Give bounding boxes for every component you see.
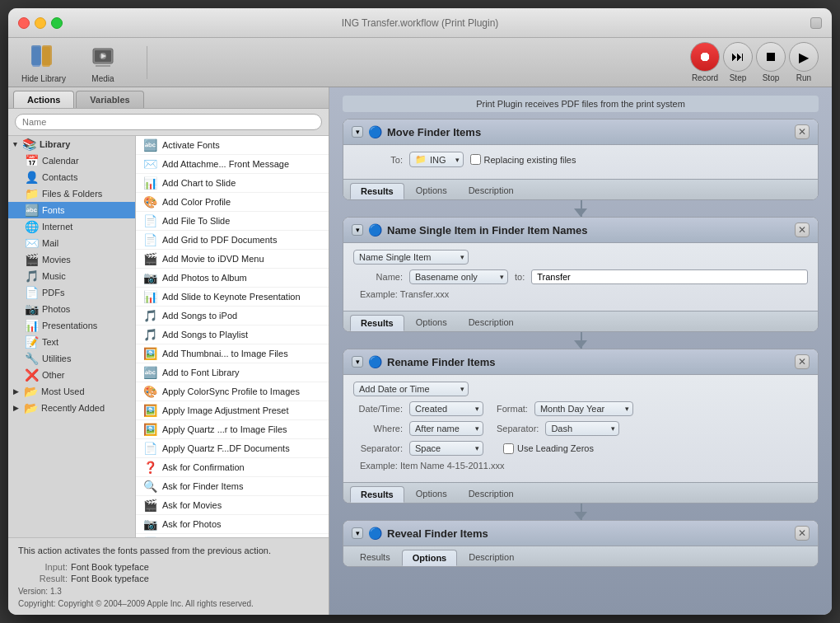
connector-3 bbox=[343, 504, 819, 520]
tab-variables[interactable]: Variables bbox=[76, 91, 143, 108]
name-input[interactable] bbox=[531, 269, 808, 284]
resize-button[interactable] bbox=[810, 17, 822, 29]
tree-item-internet[interactable]: 🌐Internet bbox=[8, 218, 135, 235]
format-select[interactable]: Month Day Year bbox=[534, 401, 633, 416]
name-single-tabs: Results Options Description bbox=[343, 311, 818, 331]
tree-item-pdfs[interactable]: 📄PDFs bbox=[8, 284, 135, 301]
where-select[interactable]: After name bbox=[409, 421, 483, 436]
tree-item-music[interactable]: 🎵Music bbox=[8, 268, 135, 284]
move-finder-title: Move Finder Items bbox=[387, 126, 790, 138]
block-toggle-rename[interactable]: ▾ bbox=[352, 356, 363, 368]
maximize-button[interactable] bbox=[51, 17, 63, 29]
tree-item-recently-added[interactable]: ▶ 📂Recently Added bbox=[8, 400, 135, 416]
search-input[interactable] bbox=[15, 114, 322, 130]
tree-item-photos[interactable]: 📷Photos bbox=[8, 301, 135, 317]
reveal-close[interactable]: ✕ bbox=[795, 526, 810, 541]
tree-item-movies[interactable]: 🎬Movies bbox=[8, 251, 135, 268]
name-single-title: Name Single Item in Finder Item Names bbox=[387, 224, 790, 237]
record-button[interactable]: ⏺ Record bbox=[690, 42, 720, 82]
stop-button[interactable]: ⏹ Stop bbox=[756, 42, 786, 82]
separator2-select[interactable]: Space bbox=[409, 441, 483, 456]
tab-options-move[interactable]: Options bbox=[406, 183, 457, 199]
tab-results-reveal[interactable]: Results bbox=[350, 550, 400, 566]
action-add-grid[interactable]: 📄 Add Grid to PDF Documents bbox=[136, 231, 329, 250]
where-label: Where: bbox=[353, 424, 403, 433]
datetime-select[interactable]: Created bbox=[409, 401, 483, 416]
tab-options-name[interactable]: Options bbox=[406, 315, 457, 331]
tree-item-text[interactable]: 📝Text bbox=[8, 334, 135, 350]
action-add-file[interactable]: 📄 Add File To Slide bbox=[136, 212, 329, 231]
tab-description-rename[interactable]: Description bbox=[459, 486, 524, 503]
block-toggle-reveal[interactable]: ▾ bbox=[352, 527, 363, 539]
action-ask-confirm[interactable]: ❓ Ask for Confirmation bbox=[136, 458, 329, 477]
titlebar: ING Transfer.workflow (Print Plugin) bbox=[8, 8, 832, 38]
action-add-movie[interactable]: 🎬 Add Movie to iDVD Menu bbox=[136, 250, 329, 269]
tab-description-name[interactable]: Description bbox=[459, 315, 524, 331]
traffic-lights bbox=[18, 17, 63, 29]
action-add-songs-ipod[interactable]: 🎵 Add Songs to iPod bbox=[136, 307, 329, 326]
action-activate-fonts[interactable]: 🔤 Activate Fonts bbox=[136, 136, 329, 155]
name-single-close[interactable]: ✕ bbox=[795, 222, 810, 237]
tree-item-most-used[interactable]: ▶ 📂Most Used bbox=[8, 383, 135, 400]
action-ask-finder[interactable]: 🔍 Ask for Finder Items bbox=[136, 477, 329, 496]
tree-item-fonts[interactable]: 🔤Fonts bbox=[8, 202, 135, 218]
separator-select[interactable]: Dash bbox=[545, 421, 619, 436]
library-icon bbox=[29, 42, 58, 72]
replace-checkbox[interactable] bbox=[470, 154, 481, 165]
action-apply-image-adj[interactable]: 🖼️ Apply Image Adjustment Preset bbox=[136, 401, 329, 420]
tab-description-reveal[interactable]: Description bbox=[459, 550, 524, 566]
action-apply-colorsync[interactable]: 🎨 Apply ColorSync Profile to Images bbox=[136, 382, 329, 401]
tab-results-rename[interactable]: Results bbox=[350, 486, 404, 503]
move-finder-close[interactable]: ✕ bbox=[795, 124, 810, 139]
tree-item-files[interactable]: 📁Files & Folders bbox=[8, 185, 135, 202]
action-ask-movies[interactable]: 🎬 Ask for Movies bbox=[136, 496, 329, 515]
tree-item-presentations[interactable]: 📊Presentations bbox=[8, 317, 135, 334]
action-add-slide[interactable]: 📊 Add Slide to Keynote Presentation bbox=[136, 288, 329, 307]
tree-item-mail[interactable]: ✉️Mail bbox=[8, 235, 135, 251]
tree-item-other[interactable]: ❌Other bbox=[8, 367, 135, 383]
step-button[interactable]: ⏭ Step bbox=[723, 42, 753, 82]
run-button[interactable]: ▶ Run bbox=[789, 42, 819, 82]
hide-library-button[interactable]: Hide Library bbox=[21, 42, 66, 83]
run-icon: ▶ bbox=[789, 42, 819, 72]
rename-close[interactable]: ✕ bbox=[795, 354, 810, 369]
action-add-font-lib[interactable]: 🔤 Add to Font Library bbox=[136, 363, 329, 382]
block-move-finder-header: ▾ 🔵 Move Finder Items ✕ bbox=[343, 119, 818, 145]
close-button[interactable] bbox=[18, 17, 30, 29]
action-ask-photos[interactable]: 📷 Ask for Photos bbox=[136, 515, 329, 534]
tab-options-rename[interactable]: Options bbox=[406, 486, 457, 503]
action-icon: ✉️ bbox=[142, 157, 157, 171]
action-icon: 🔤 bbox=[142, 138, 157, 152]
action-add-attachment[interactable]: ✉️ Add Attachme... Front Message bbox=[136, 155, 329, 174]
tree-item-contacts[interactable]: 👤Contacts bbox=[8, 169, 135, 185]
add-date-select[interactable]: Add Date or Time bbox=[353, 382, 469, 396]
action-add-thumbnail[interactable]: 🖼️ Add Thumbnai... to Image Files bbox=[136, 344, 329, 363]
tree-item-calendar[interactable]: 📅Calendar bbox=[8, 152, 135, 169]
block-toggle[interactable]: ▾ bbox=[352, 126, 363, 138]
block-toggle-name[interactable]: ▾ bbox=[352, 224, 363, 236]
leading-zeros-checkbox[interactable] bbox=[503, 443, 514, 454]
tab-actions[interactable]: Actions bbox=[13, 91, 74, 108]
action-add-photos[interactable]: 📷 Add Photos to Album bbox=[136, 269, 329, 288]
media-label: Media bbox=[91, 74, 114, 83]
minimize-button[interactable] bbox=[35, 17, 46, 29]
block-reveal-header: ▾ 🔵 Reveal Finder Items ✕ bbox=[343, 521, 818, 546]
basename-select[interactable]: Basename only bbox=[409, 269, 508, 284]
tab-results-move[interactable]: Results bbox=[350, 183, 404, 199]
rename-title: Rename Finder Items bbox=[387, 356, 790, 368]
tree-item-library[interactable]: ▾ 📚 Library bbox=[8, 136, 135, 152]
name-option-select[interactable]: Name Single Item bbox=[353, 250, 469, 265]
action-apply-quartz-docs[interactable]: 📄 Apply Quartz F...DF Documents bbox=[136, 439, 329, 458]
tree-item-utilities[interactable]: 🔧Utilities bbox=[8, 350, 135, 367]
action-add-color[interactable]: 🎨 Add Color Profile bbox=[136, 193, 329, 212]
move-to-row: To: 📁 ING Replacing existing files bbox=[353, 152, 808, 167]
action-add-songs-playlist[interactable]: 🎵 Add Songs to Playlist bbox=[136, 326, 329, 344]
tab-options-reveal[interactable]: Options bbox=[402, 550, 458, 566]
media-button[interactable]: Media bbox=[82, 42, 124, 83]
action-add-chart[interactable]: 📊 Add Chart to Slide bbox=[136, 174, 329, 193]
info-description: This action activates the fonts passed f… bbox=[18, 545, 319, 557]
tab-results-name[interactable]: Results bbox=[350, 315, 404, 331]
tab-description-move[interactable]: Description bbox=[459, 183, 524, 199]
to-folder-select[interactable]: 📁 ING bbox=[409, 152, 464, 167]
action-apply-quartz-image[interactable]: 🖼️ Apply Quartz ...r to Image Files bbox=[136, 420, 329, 439]
